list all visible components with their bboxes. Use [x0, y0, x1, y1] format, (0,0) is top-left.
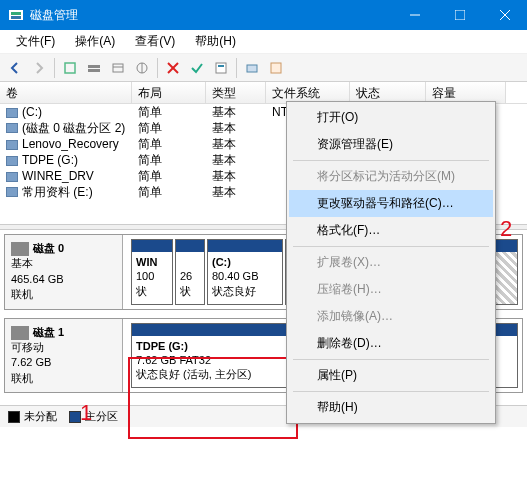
ctx-mirror: 添加镜像(A)…	[289, 303, 493, 330]
volume-icon	[6, 172, 18, 182]
disk0-part-1[interactable]: 26状	[175, 239, 205, 305]
minimize-button[interactable]	[392, 0, 437, 30]
app-icon	[8, 7, 24, 23]
volume-icon	[6, 156, 18, 166]
svg-rect-9	[88, 69, 100, 72]
ctx-explorer[interactable]: 资源管理器(E)	[289, 131, 493, 158]
menu-view[interactable]: 查看(V)	[125, 30, 185, 53]
volume-icon	[6, 187, 18, 197]
toolbar-btn-2[interactable]	[83, 57, 105, 79]
check-icon[interactable]	[186, 57, 208, 79]
col-status[interactable]: 状态	[350, 82, 426, 103]
legend-unallocated-swatch	[8, 411, 20, 423]
titlebar: 磁盘管理	[0, 0, 527, 30]
col-fs[interactable]: 文件系统	[266, 82, 350, 103]
col-type[interactable]: 类型	[206, 82, 266, 103]
volume-icon	[6, 140, 18, 150]
menu-file[interactable]: 文件(F)	[6, 30, 65, 53]
toolbar	[0, 54, 527, 82]
maximize-button[interactable]	[437, 0, 482, 30]
disk-icon	[11, 242, 29, 256]
col-layout[interactable]: 布局	[132, 82, 206, 103]
ctx-delete[interactable]: 删除卷(D)…	[289, 330, 493, 357]
svg-rect-19	[271, 63, 281, 73]
ctx-extend: 扩展卷(X)…	[289, 249, 493, 276]
nav-back-icon[interactable]	[4, 57, 26, 79]
ctx-mark-active: 将分区标记为活动分区(M)	[289, 163, 493, 190]
svg-rect-16	[216, 63, 226, 73]
svg-rect-17	[218, 65, 224, 67]
menu-action[interactable]: 操作(A)	[65, 30, 125, 53]
svg-rect-4	[455, 10, 465, 20]
svg-rect-7	[65, 63, 75, 73]
disk-0-info[interactable]: 磁盘 0 基本 465.64 GB 联机	[5, 235, 123, 309]
delete-icon[interactable]	[162, 57, 184, 79]
disk-icon	[11, 326, 29, 340]
ctx-open[interactable]: 打开(O)	[289, 104, 493, 131]
menubar: 文件(F) 操作(A) 查看(V) 帮助(H)	[0, 30, 527, 54]
close-button[interactable]	[482, 0, 527, 30]
disk0-part-2[interactable]: (C:)80.40 GB状态良好	[207, 239, 283, 305]
properties-icon[interactable]	[210, 57, 232, 79]
ctx-change-drive-letter[interactable]: 更改驱动器号和路径(C)…	[289, 190, 493, 217]
volume-icon	[6, 108, 18, 118]
svg-rect-2	[11, 16, 21, 19]
ctx-format[interactable]: 格式化(F)…	[289, 217, 493, 244]
app-title: 磁盘管理	[30, 7, 392, 24]
legend-primary-swatch	[69, 411, 81, 423]
svg-rect-8	[88, 65, 100, 68]
ctx-properties[interactable]: 属性(P)	[289, 362, 493, 389]
ctx-shrink: 压缩卷(H)…	[289, 276, 493, 303]
context-menu: 打开(O) 资源管理器(E) 将分区标记为活动分区(M) 更改驱动器号和路径(C…	[286, 101, 496, 424]
col-volume[interactable]: 卷	[0, 82, 132, 103]
nav-forward-icon	[28, 57, 50, 79]
volume-icon	[6, 123, 18, 133]
toolbar-btn-4[interactable]	[131, 57, 153, 79]
toolbar-btn-5[interactable]	[241, 57, 263, 79]
disk-1-info[interactable]: 磁盘 1 可移动 7.62 GB 联机	[5, 319, 123, 393]
toolbar-btn-1[interactable]	[59, 57, 81, 79]
toolbar-btn-3[interactable]	[107, 57, 129, 79]
svg-rect-1	[11, 12, 21, 15]
disk0-part-0[interactable]: WIN100状	[131, 239, 173, 305]
svg-rect-18	[247, 65, 257, 72]
menu-help[interactable]: 帮助(H)	[185, 30, 246, 53]
col-capacity[interactable]: 容量	[426, 82, 506, 103]
svg-rect-10	[113, 64, 123, 72]
ctx-help[interactable]: 帮助(H)	[289, 394, 493, 421]
toolbar-btn-6[interactable]	[265, 57, 287, 79]
